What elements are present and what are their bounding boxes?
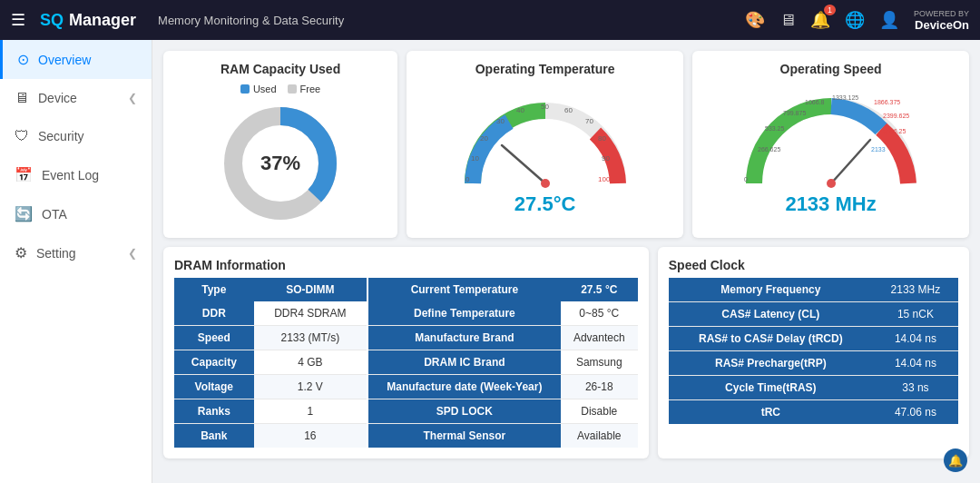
svg-text:2666.25: 2666.25 <box>883 128 906 134</box>
dram-label: Define Temperature <box>368 301 561 326</box>
svg-line-13 <box>502 145 545 183</box>
security-icon: 🛡 <box>15 128 29 144</box>
dram-card: DRAM Information Type SO-DIMM DDRDDR4 SD… <box>163 247 649 458</box>
speed-card-title: Operating Speed <box>780 62 882 76</box>
table-row: CAS# Latency (CL)15 nCK <box>669 302 958 327</box>
speed-label: RAS# to CAS# Delay (tRCD) <box>669 327 873 351</box>
svg-text:799.875: 799.875 <box>783 110 806 116</box>
svg-text:2133: 2133 <box>871 146 886 153</box>
speed-clock-title: Speed Clock <box>669 258 958 272</box>
speed-value: 14.04 ns <box>873 351 958 376</box>
sidebar-label-device: Device <box>38 91 77 105</box>
notification-badge: 1 <box>824 5 836 15</box>
powered-by: POWERED BY DeviceOn <box>914 9 969 32</box>
dram-value: Advantech <box>561 326 638 350</box>
donut-percentage: 37% <box>260 152 300 175</box>
dram-value: Samsung <box>561 350 638 375</box>
dram-value: 16 <box>254 424 367 448</box>
table-row: Bank16 <box>174 424 367 448</box>
legend-free: Free <box>288 84 321 94</box>
temp-gauge-container: 0 10 20 30 40 50 60 70 80 90 100 <box>455 84 636 202</box>
bottom-cards-row: DRAM Information Type SO-DIMM DDRDDR4 SD… <box>163 247 969 458</box>
globe-icon[interactable]: 🌐 <box>845 10 865 30</box>
table-row: Voltage1.2 V <box>174 375 367 399</box>
legend-used-label: Used <box>253 84 277 94</box>
donut-chart: 37% <box>217 100 344 227</box>
sidebar-label-setting: Setting <box>36 246 76 261</box>
dram-value: 2133 (MT/s) <box>254 326 367 350</box>
ram-capacity-card: RAM Capacity Used Used Free <box>163 51 397 238</box>
legend-used: Used <box>240 84 277 94</box>
svg-text:1066.8: 1066.8 <box>805 99 825 105</box>
brand: SQ Manager <box>40 11 136 30</box>
svg-text:70: 70 <box>585 117 593 125</box>
notification-icon[interactable]: 🔔 1 <box>810 10 830 30</box>
sidebar-item-security[interactable]: 🛡 Security <box>0 117 152 155</box>
legend-free-label: Free <box>300 84 321 94</box>
sidebar-item-overview[interactable]: ⊙ Overview <box>0 40 152 79</box>
svg-text:0: 0 <box>744 176 748 182</box>
svg-text:1866.375: 1866.375 <box>874 99 900 105</box>
table-row: Manufacture BrandAdvantech <box>368 326 638 350</box>
dram-label: Capacity <box>174 350 254 375</box>
sidebar-item-ota[interactable]: 🔄 OTA <box>0 194 152 233</box>
user-icon[interactable]: 👤 <box>879 10 899 30</box>
dram-label: Bank <box>174 424 254 448</box>
speed-value: 2133 MHz <box>873 278 958 302</box>
monitor-icon[interactable]: 🖥 <box>779 11 796 30</box>
table-row: SPD LOCKDisable <box>368 399 638 424</box>
sidebar-label-overview: Overview <box>38 53 91 67</box>
table-row: Define Temperature0~85 °C <box>368 301 638 326</box>
brand-manager: Manager <box>69 11 136 30</box>
bell-icon[interactable]: 🔔 <box>944 448 967 472</box>
table-row: Cycle Time(tRAS)33 ns <box>669 376 958 400</box>
overview-icon: ⊙ <box>17 51 29 68</box>
temp-card-title: Operating Temperature <box>475 62 615 76</box>
dram-value: Available <box>561 424 638 448</box>
speed-value: 33 ns <box>873 376 958 400</box>
table-row: Manufacture date (Week-Year)26-18 <box>368 375 638 399</box>
ota-icon: 🔄 <box>15 205 33 222</box>
dram-label: DDR <box>174 301 254 326</box>
table-row: Ranks1 <box>174 399 367 424</box>
speed-card: Operating Speed 0 266.625 5 <box>692 51 969 238</box>
svg-text:80: 80 <box>598 134 606 143</box>
table-row: Speed2133 (MT/s) <box>174 326 367 350</box>
setting-icon: ⚙ <box>15 244 27 261</box>
svg-point-14 <box>541 179 550 188</box>
svg-text:533.25: 533.25 <box>765 125 785 132</box>
dram-value: 4 GB <box>254 350 367 375</box>
table-row: RAS# to CAS# Delay (tRCD)14.04 ns <box>669 327 958 351</box>
dram-left-col2-header: SO-DIMM <box>254 278 367 301</box>
sidebar-item-device[interactable]: 🖥 Device ❮ <box>0 79 152 117</box>
hamburger-icon[interactable]: ☰ <box>11 10 25 30</box>
dram-value: DDR4 SDRAM <box>254 301 367 326</box>
sidebar-label-security: Security <box>38 129 84 143</box>
speed-label: RAS# Precharge(tRP) <box>669 351 873 376</box>
dram-value: 1 <box>254 399 367 424</box>
table-row: tRC47.06 ns <box>669 400 958 425</box>
ram-card-title: RAM Capacity Used <box>220 62 340 76</box>
top-cards-row: RAM Capacity Used Used Free <box>163 51 969 238</box>
svg-text:10: 10 <box>471 154 479 163</box>
sidebar-label-eventlog: Event Log <box>42 168 99 182</box>
svg-line-25 <box>831 140 870 183</box>
eventlog-icon: 📅 <box>15 166 33 183</box>
powered-by-text: POWERED BY <box>914 9 969 18</box>
dram-label: Ranks <box>174 399 254 424</box>
dram-table-wrapper: Type SO-DIMM DDRDDR4 SDRAMSpeed2133 (MT/… <box>174 278 638 448</box>
sidebar-item-eventlog[interactable]: 📅 Event Log <box>0 155 152 194</box>
dram-value: 0~85 °C <box>561 301 638 326</box>
dram-label: Thermal Sensor <box>368 424 561 448</box>
speed-label: tRC <box>669 400 873 425</box>
palette-icon[interactable]: 🎨 <box>745 10 765 30</box>
speed-label: CAS# Latency (CL) <box>669 302 873 327</box>
legend-free-dot <box>288 84 297 94</box>
chevron-icon-setting: ❮ <box>128 247 137 260</box>
table-row: Memory Frequency2133 MHz <box>669 278 958 302</box>
sidebar-item-setting[interactable]: ⚙ Setting ❮ <box>0 233 152 272</box>
speed-gauge-container: 0 266.625 533.25 799.875 1066.8 1333.125… <box>736 84 926 202</box>
table-row: Capacity4 GB <box>174 350 367 375</box>
dram-card-title: DRAM Information <box>174 258 638 272</box>
dram-label: SPD LOCK <box>368 399 561 424</box>
